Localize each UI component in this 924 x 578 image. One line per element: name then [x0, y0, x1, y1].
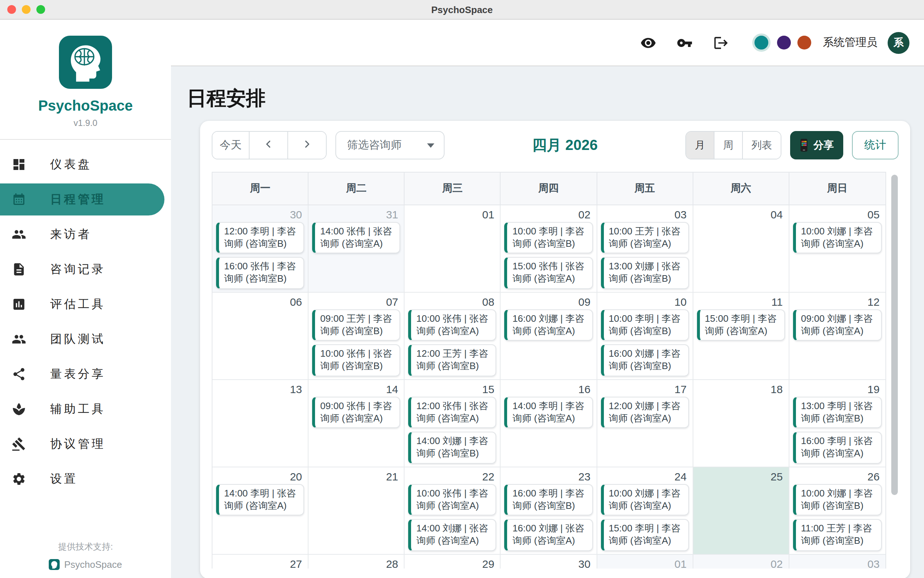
appointment-event[interactable]: 16:00 张伟 | 李咨询师 (咨询室B) [216, 257, 304, 289]
day-cell-10[interactable]: 1010:00 李明 | 李咨询师 (咨询室B)16:00 刘娜 | 李咨询师 … [597, 293, 693, 380]
appointment-event[interactable]: 10:00 张伟 | 李咨询师 (咨询室A) [409, 484, 497, 516]
sidebar-item-spa[interactable]: 辅助工具 [0, 393, 171, 425]
appointment-event[interactable]: 13:00 刘娜 | 张咨询师 (咨询室B) [600, 257, 689, 289]
day-cell-04[interactable]: 04 [693, 205, 789, 293]
appointment-event[interactable]: 13:00 李明 | 张咨询师 (咨询室B) [793, 397, 882, 429]
event-list: 10:00 李明 | 李咨询师 (咨询室B)16:00 刘娜 | 李咨询师 (咨… [597, 309, 692, 376]
appointment-event[interactable]: 09:00 张伟 | 李咨询师 (咨询室A) [312, 397, 400, 429]
appointment-event[interactable]: 10:00 李明 | 李咨询师 (咨询室B) [600, 309, 689, 341]
appointment-event[interactable]: 10:00 李明 | 李咨询师 (咨询室B) [505, 222, 592, 254]
day-cell-27[interactable]: 27 [212, 555, 309, 568]
appointment-event[interactable]: 14:00 刘娜 | 张咨询师 (咨询室A) [409, 520, 497, 551]
view-button-列表[interactable]: 列表 [742, 132, 781, 159]
key-icon[interactable] [676, 34, 693, 50]
day-cell-14[interactable]: 1409:00 张伟 | 李咨询师 (咨询室A) [309, 380, 405, 468]
sidebar-item-gear[interactable]: 设置 [0, 463, 171, 495]
appointment-event[interactable]: 12:00 刘娜 | 李咨询师 (咨询室A) [600, 397, 689, 429]
appointment-event[interactable]: 14:00 李明 | 张咨询师 (咨询室A) [216, 484, 304, 516]
day-cell-07[interactable]: 0709:00 王芳 | 李咨询师 (咨询室B)10:00 张伟 | 张咨询师 … [309, 293, 405, 380]
view-button-月[interactable]: 月 [686, 132, 714, 159]
day-cell-30[interactable]: 3012:00 李明 | 李咨询师 (咨询室B)16:00 张伟 | 李咨询师 … [212, 205, 309, 293]
appointment-event[interactable]: 10:00 张伟 | 张咨询师 (咨询室A) [409, 309, 497, 341]
logout-icon[interactable] [713, 34, 729, 50]
appointment-event[interactable]: 11:00 王芳 | 李咨询师 (咨询室B) [793, 520, 882, 551]
appointment-event[interactable]: 10:00 刘娜 | 李咨询师 (咨询室A) [600, 484, 689, 516]
appointment-event[interactable]: 15:00 张伟 | 张咨询师 (咨询室A) [505, 257, 592, 289]
day-cell-19[interactable]: 1913:00 李明 | 张咨询师 (咨询室B)16:00 李明 | 张咨询师 … [790, 380, 885, 468]
appointment-event[interactable]: 15:00 李明 | 李咨询师 (咨询室A) [697, 309, 785, 341]
appointment-event[interactable]: 16:00 李明 | 张咨询师 (咨询室A) [793, 432, 882, 464]
day-cell-02[interactable]: 0210:00 李明 | 李咨询师 (咨询室B)15:00 张伟 | 张咨询师 … [501, 205, 597, 293]
appointment-event[interactable]: 10:00 张伟 | 张咨询师 (咨询室B) [312, 345, 400, 377]
appointment-event[interactable]: 16:00 刘娜 | 张咨询师 (咨询室A) [505, 520, 592, 551]
day-cell-25[interactable]: 25 [693, 468, 789, 555]
view-toggle-group: 月周列表 [685, 131, 782, 159]
zoom-window-button[interactable] [36, 5, 45, 14]
day-cell-13[interactable]: 13 [212, 380, 309, 468]
today-button[interactable]: 今天 [212, 132, 249, 159]
day-cell-06[interactable]: 06 [212, 293, 309, 380]
appointment-event[interactable]: 12:00 王芳 | 李咨询师 (咨询室B) [409, 345, 497, 377]
day-cell-09[interactable]: 0916:00 刘娜 | 李咨询师 (咨询室A) [501, 293, 597, 380]
day-cell-02[interactable]: 02 [693, 555, 789, 568]
eye-icon[interactable] [640, 34, 656, 50]
day-cell-15[interactable]: 1512:00 张伟 | 张咨询师 (咨询室A)14:00 刘娜 | 李咨询师 … [405, 380, 501, 468]
sidebar-item-group[interactable]: 团队测试 [0, 323, 171, 355]
view-button-周[interactable]: 周 [714, 132, 742, 159]
day-cell-21[interactable]: 21 [309, 468, 405, 555]
theme-swatch-2[interactable] [777, 36, 791, 49]
appointment-event[interactable]: 16:00 刘娜 | 李咨询师 (咨询室A) [505, 309, 592, 341]
day-cell-01[interactable]: 01 [597, 555, 693, 568]
sidebar-item-chart[interactable]: 评估工具 [0, 288, 171, 320]
sidebar-item-gavel[interactable]: 协议管理 [0, 428, 171, 460]
next-month-button[interactable] [287, 132, 326, 159]
day-cell-08[interactable]: 0810:00 张伟 | 张咨询师 (咨询室A)12:00 王芳 | 李咨询师 … [405, 293, 501, 380]
appointment-event[interactable]: 12:00 张伟 | 张咨询师 (咨询室A) [409, 397, 497, 429]
day-cell-01[interactable]: 01 [405, 205, 501, 293]
day-cell-24[interactable]: 2410:00 刘娜 | 李咨询师 (咨询室A)15:00 李明 | 李咨询师 … [597, 468, 693, 555]
day-cell-30[interactable]: 30 [501, 555, 597, 568]
appointment-event[interactable]: 09:00 刘娜 | 李咨询师 (咨询室A) [793, 309, 882, 341]
counselor-filter-dropdown[interactable]: 筛选咨询师 [335, 131, 445, 159]
day-cell-23[interactable]: 2316:00 李明 | 李咨询师 (咨询室B)16:00 刘娜 | 张咨询师 … [501, 468, 597, 555]
day-cell-05[interactable]: 0510:00 刘娜 | 李咨询师 (咨询室A) [790, 205, 885, 293]
day-cell-31[interactable]: 3114:00 张伟 | 张咨询师 (咨询室A) [309, 205, 405, 293]
scrollbar-thumb[interactable] [891, 175, 898, 495]
appointment-event[interactable]: 16:00 刘娜 | 李咨询师 (咨询室B) [600, 345, 689, 377]
day-cell-17[interactable]: 1712:00 刘娜 | 李咨询师 (咨询室A) [597, 380, 693, 468]
day-cell-11[interactable]: 1115:00 李明 | 李咨询师 (咨询室A) [693, 293, 789, 380]
theme-swatch-3[interactable] [798, 36, 811, 49]
appointment-event[interactable]: 10:00 刘娜 | 李咨询师 (咨询室A) [793, 222, 882, 254]
close-window-button[interactable] [7, 5, 16, 14]
stats-button[interactable]: 统计 [852, 131, 898, 159]
day-cell-03[interactable]: 03 [790, 555, 885, 568]
day-cell-20[interactable]: 2014:00 李明 | 张咨询师 (咨询室A) [212, 468, 309, 555]
prev-month-button[interactable] [249, 132, 287, 159]
sidebar-item-document[interactable]: 咨询记录 [0, 253, 171, 285]
day-cell-29[interactable]: 29 [405, 555, 501, 568]
avatar[interactable]: 系 [888, 32, 909, 54]
theme-swatch-1[interactable] [752, 34, 770, 52]
share-button[interactable]: 分享 [790, 131, 843, 159]
appointment-event[interactable]: 14:00 李明 | 李咨询师 (咨询室A) [505, 397, 592, 429]
appointment-event[interactable]: 16:00 李明 | 李咨询师 (咨询室B) [505, 484, 592, 516]
sidebar-item-calendar[interactable]: 日程管理 [0, 183, 164, 216]
appointment-event[interactable]: 10:00 刘娜 | 李咨询师 (咨询室B) [793, 484, 882, 516]
day-cell-18[interactable]: 18 [693, 380, 789, 468]
sidebar-item-share[interactable]: 量表分享 [0, 358, 171, 390]
appointment-event[interactable]: 14:00 张伟 | 张咨询师 (咨询室A) [312, 222, 400, 254]
appointment-event[interactable]: 14:00 刘娜 | 李咨询师 (咨询室B) [409, 432, 497, 464]
day-cell-03[interactable]: 0310:00 王芳 | 张咨询师 (咨询室A)13:00 刘娜 | 张咨询师 … [597, 205, 693, 293]
day-cell-26[interactable]: 2610:00 刘娜 | 李咨询师 (咨询室B)11:00 王芳 | 李咨询师 … [790, 468, 885, 555]
appointment-event[interactable]: 09:00 王芳 | 李咨询师 (咨询室B) [312, 309, 400, 341]
appointment-event[interactable]: 15:00 李明 | 李咨询师 (咨询室A) [600, 520, 689, 551]
appointment-event[interactable]: 10:00 王芳 | 张咨询师 (咨询室A) [600, 222, 689, 254]
minimize-window-button[interactable] [22, 5, 31, 14]
day-cell-22[interactable]: 2210:00 张伟 | 李咨询师 (咨询室A)14:00 刘娜 | 张咨询师 … [405, 468, 501, 555]
appointment-event[interactable]: 12:00 李明 | 李咨询师 (咨询室B) [216, 222, 304, 254]
day-cell-12[interactable]: 1209:00 刘娜 | 李咨询师 (咨询室A) [790, 293, 885, 380]
sidebar-item-people[interactable]: 来访者 [0, 218, 171, 250]
day-cell-28[interactable]: 28 [309, 555, 405, 568]
sidebar-item-dashboard[interactable]: 仪表盘 [0, 148, 171, 180]
day-cell-16[interactable]: 1614:00 李明 | 李咨询师 (咨询室A) [501, 380, 597, 468]
